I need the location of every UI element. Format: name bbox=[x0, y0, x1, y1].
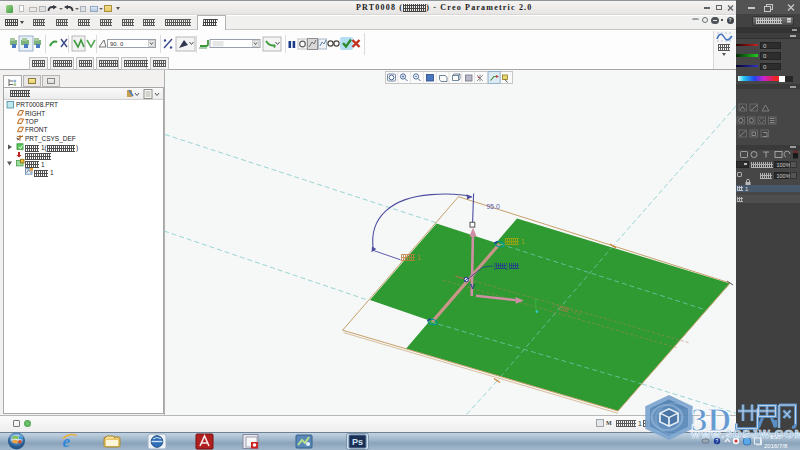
svg-text:RIGHT: RIGHT bbox=[25, 110, 45, 117]
svg-text:www.3DSJW.COM: www.3DSJW.COM bbox=[690, 428, 800, 440]
svg-text:90. 0: 90. 0 bbox=[110, 41, 124, 47]
svg-text:PRT_CSYS_DEF: PRT_CSYS_DEF bbox=[25, 135, 76, 143]
svg-text:V: V bbox=[470, 282, 475, 291]
svg-text:FRONT: FRONT bbox=[25, 126, 47, 133]
svg-text:95.0: 95.0 bbox=[487, 203, 500, 210]
svg-text:PRT0008.PRT: PRT0008.PRT bbox=[16, 101, 58, 108]
svg-text:Ps: Ps bbox=[352, 437, 363, 447]
svg-text:TOP: TOP bbox=[25, 118, 38, 125]
